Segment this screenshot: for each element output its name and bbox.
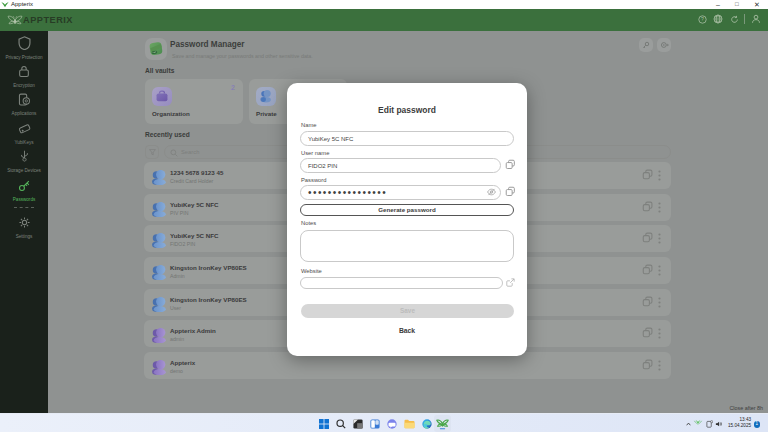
svg-text:?: ? — [701, 16, 704, 22]
